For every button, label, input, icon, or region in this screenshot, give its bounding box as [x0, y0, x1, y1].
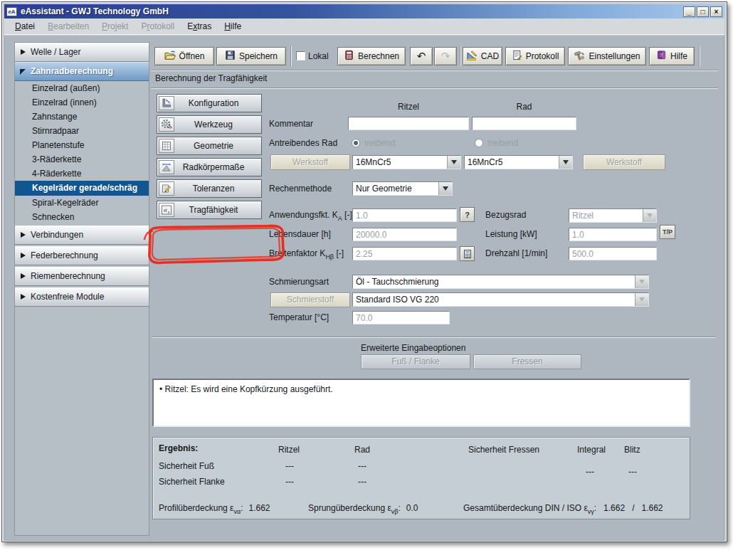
flank-safety-pinion-value: --- [285, 477, 294, 487]
application-factor-input[interactable]: 1.0 [352, 208, 457, 222]
comment-pinion-input[interactable] [348, 117, 469, 130]
menu-item-extras[interactable]: Extras [181, 21, 218, 31]
menu-item-hilfe[interactable]: Hilfe [218, 21, 248, 31]
undo-button[interactable]: ↶ [410, 47, 433, 65]
root-safety-gear-value: --- [358, 461, 366, 471]
protocol-button[interactable]: Protokoll [505, 47, 565, 65]
sidebar-section-kostenfreie-module[interactable]: Kostenfreie Module [15, 287, 149, 307]
help-button[interactable]: ? Hilfe [649, 47, 695, 65]
sidebar-section-zahnradberechnung[interactable]: Zahnradberechnung [15, 62, 149, 81]
root-flank-button[interactable]: Fuß / Flanke [361, 354, 470, 369]
lubrication-type-dropdown[interactable]: Öl - Tauchschmierung [352, 275, 649, 289]
speed-input[interactable]: 500.0 [569, 247, 657, 260]
temperature-label: Temperatur [°C] [269, 312, 329, 322]
save-button[interactable]: Speichern [216, 47, 286, 65]
open-button[interactable]: Öffnen [154, 47, 214, 65]
sidebar-section-verbindungen[interactable]: Verbindungen [15, 226, 149, 245]
sigma-x-icon: σx [159, 203, 174, 217]
lubricant-dropdown[interactable]: Standard ISO VG 220 [352, 292, 649, 307]
driving-pinion-radio-label: treibend [364, 138, 395, 148]
divider [151, 70, 718, 71]
menu-item-datei[interactable]: Datei [9, 21, 41, 31]
torque-power-toggle-button[interactable]: T/P [660, 225, 675, 239]
results-column-flash: Blitz [624, 445, 640, 455]
configuration-icon [159, 96, 174, 110]
root-safety-pinion-value: --- [285, 461, 294, 471]
chevron-right-icon [21, 294, 26, 300]
chevron-right-icon [21, 273, 26, 279]
load-capacity-button[interactable]: σx Tragfähigkeit [157, 201, 262, 219]
material-pinion-button[interactable]: Werkstoff [270, 154, 350, 170]
speed-label: Drehzahl [1/min] [485, 248, 547, 258]
gear-icon [159, 117, 174, 132]
chevron-right-icon [21, 49, 26, 55]
chevron-down-icon [559, 156, 572, 169]
width-factor-calculator-button[interactable] [460, 246, 475, 261]
overlap-ratio-value: 0.0 [406, 503, 418, 513]
power-input[interactable]: 1.0 [569, 228, 657, 241]
sidebar-item-zahnstange[interactable]: Zahnstange [15, 110, 149, 124]
settings-button[interactable]: Einstellungen [568, 47, 646, 65]
sidebar-item-einzelrad-innen[interactable]: Einzelrad (innen) [15, 95, 149, 110]
content-area: Welle / Lager Zahnradberechnung Einzelra… [4, 35, 724, 541]
tolerances-button[interactable]: Toleranzen [157, 179, 262, 198]
sidebar-item-3-raederkette[interactable]: 3-Räderkette [15, 152, 149, 167]
lubrication-type-label: Schmierungsart [269, 277, 329, 287]
comment-gear-input[interactable] [472, 117, 576, 130]
reference-gear-dropdown[interactable]: Ritzel [569, 208, 657, 223]
temperature-input[interactable]: 70.0 [352, 311, 450, 324]
driving-pinion-radio[interactable] [352, 139, 360, 147]
sidebar-item-kegelraeder-selected[interactable]: Kegelräder gerade/schräg [15, 181, 149, 196]
material-pinion-dropdown[interactable]: 16MnCr5 [352, 155, 461, 169]
maximize-button[interactable]: □ [697, 6, 709, 17]
sidebar-item-spiral-kegelraeder[interactable]: Spiral-Kegelräder [15, 196, 149, 210]
main-panel: Öffnen Speichern Lokal Berechnen ↶ ↷ [151, 43, 720, 539]
help-book-icon: ? [656, 50, 667, 63]
chevron-down-icon [447, 156, 460, 169]
life-input[interactable]: 20000.0 [352, 228, 457, 241]
close-button[interactable]: × [710, 6, 722, 17]
results-title: Ergebnis: [159, 443, 198, 453]
sidebar-item-planetenstufe[interactable]: Planetenstufe [15, 138, 149, 152]
menu-item-projekt[interactable]: Projekt [95, 21, 135, 31]
menu-item-protokoll[interactable]: Protokoll [135, 21, 181, 31]
sidebar-section-federberechnung[interactable]: Federberechnung [15, 246, 149, 265]
application-factor-label: Anwendungsfkt. KA [-] [269, 210, 352, 222]
sidebar-section-welle-lager[interactable]: Welle / Lager [15, 43, 149, 62]
local-checkbox[interactable] [296, 51, 305, 60]
sidebar-section-riemenberechnung[interactable]: Riemenberechnung [15, 267, 149, 286]
lubricant-button[interactable]: Schmierstoff [270, 292, 350, 307]
grid-table-icon [159, 139, 174, 153]
sidebar-item-einzelrad-aussen[interactable]: Einzelrad (außen) [15, 81, 149, 95]
calculation-method-label: Rechenmethode [269, 184, 332, 194]
scuffing-button[interactable]: Fressen [473, 354, 581, 369]
material-gear-dropdown[interactable]: 16MnCr5 [464, 155, 573, 169]
total-contact-ratio-value: 1.662 / 1.662 [603, 503, 663, 513]
life-label: Lebensdauer [h] [269, 229, 331, 239]
redo-button[interactable]: ↷ [434, 47, 457, 65]
results-column-integral: Integral [577, 445, 606, 455]
cad-button[interactable]: CAD [463, 47, 502, 65]
calculate-button[interactable]: Berechnen [337, 47, 406, 65]
driving-gear-radio[interactable] [475, 139, 483, 147]
sidebar-item-schnecken[interactable]: Schnecken [15, 210, 149, 224]
sidebar-item-4-raederkette[interactable]: 4-Räderkette [15, 167, 149, 181]
material-gear-button[interactable]: Werkstoff [583, 154, 665, 170]
wheel-body-dimensions-button[interactable]: Radkörpermaße [157, 158, 262, 176]
configuration-button[interactable]: Konfiguration [157, 94, 262, 112]
sidebar-item-stirnradpaar[interactable]: Stirnradpaar [15, 124, 149, 138]
width-factor-input[interactable]: 2.25 [352, 247, 457, 260]
message-bullet: • [159, 384, 162, 394]
settings-tools-icon [574, 50, 585, 63]
save-floppy-icon [225, 50, 236, 63]
menu-item-bearbeiten[interactable]: Bearbeiten [41, 21, 95, 31]
undo-arrow-icon: ↶ [417, 50, 426, 63]
tool-button[interactable]: Werkzeug [157, 115, 262, 134]
geometry-button[interactable]: Geometrie [157, 137, 262, 155]
results-column-scuffing: Sicherheit Fressen [468, 445, 539, 455]
application-factor-help-button[interactable]: ? [460, 207, 475, 222]
profile-contact-ratio: Profilüberdeckung εvα:1.662 [159, 503, 270, 515]
calculation-method-dropdown[interactable]: Nur Geometrie [352, 181, 453, 196]
minimize-button[interactable]: _ [683, 6, 695, 17]
column-header-gear: Rad [472, 102, 576, 112]
